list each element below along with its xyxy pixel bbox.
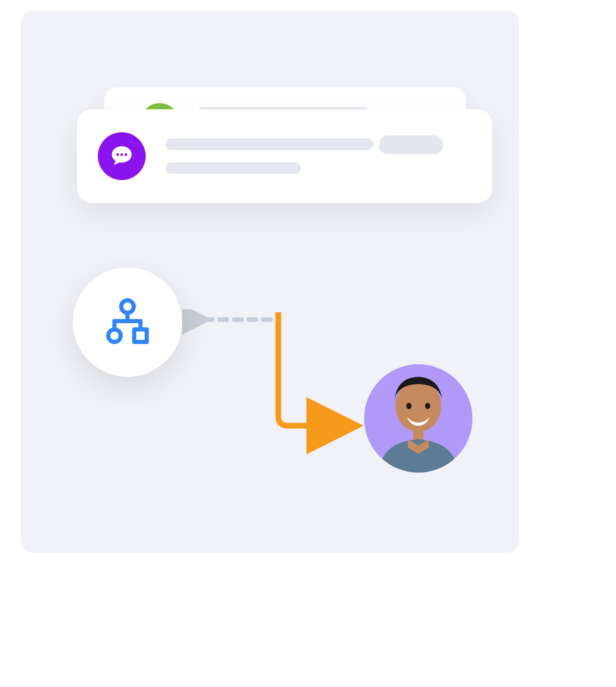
svg-point-1	[120, 153, 123, 156]
svg-point-9	[425, 403, 430, 409]
placeholder-line	[165, 138, 374, 150]
message-card-front	[77, 109, 492, 203]
svg-point-4	[108, 329, 121, 342]
svg-rect-5	[134, 329, 147, 342]
svg-rect-10	[413, 429, 424, 440]
flow-arrow-main	[203, 312, 369, 458]
flow-arrow-branch	[182, 309, 291, 340]
agent-avatar	[364, 364, 472, 473]
svg-point-8	[406, 403, 412, 409]
svg-point-2	[124, 153, 127, 156]
placeholder-pill	[379, 135, 443, 154]
routing-node	[73, 268, 182, 377]
placeholder-line	[165, 162, 301, 174]
tree-routing-icon	[101, 296, 153, 348]
svg-point-0	[116, 153, 119, 156]
chat-bubble-icon	[98, 132, 146, 180]
diagram-canvas	[21, 10, 519, 553]
